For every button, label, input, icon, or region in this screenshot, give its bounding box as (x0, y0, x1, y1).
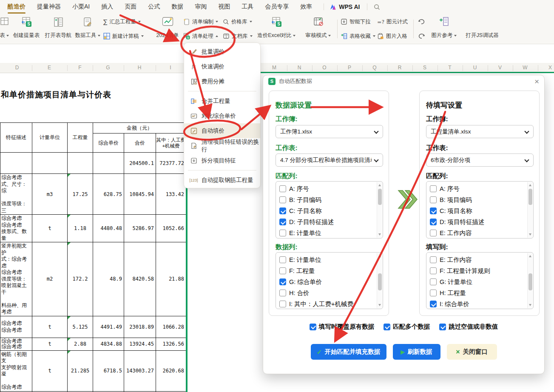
new-calc-sheet-button[interactable]: 新建计算稿 (103, 32, 144, 40)
list-item[interactable]: D: 项目特征描述 (430, 216, 533, 227)
menu-tab-review[interactable]: 审阅 (195, 3, 207, 11)
column-header-v[interactable]: V (498, 65, 502, 71)
menu-tab-efficiency[interactable]: 效率 (300, 3, 312, 11)
menu-tab-xiaoli-ai[interactable]: 小栗AI (72, 3, 90, 11)
list-item[interactable]: C: 项目名称 (430, 205, 533, 216)
menu-item-batch-price[interactable]: 批量调价 (184, 44, 260, 59)
menu-item-split-feature[interactable]: 拆分项目特征 (184, 153, 260, 168)
list-process-button[interactable]: S 清单处理 (183, 32, 218, 40)
column-header-i[interactable]: I (170, 65, 171, 71)
image-to-cell-button[interactable]: 图片入格 (377, 32, 408, 40)
checkbox[interactable] (279, 256, 286, 263)
checkbox[interactable] (310, 324, 316, 330)
list-item[interactable]: E: 工作内容 (430, 227, 533, 239)
option-overwrite[interactable]: 填写时覆盖原有数据 (310, 323, 375, 331)
checkbox[interactable] (384, 324, 390, 330)
checkbox[interactable] (430, 301, 437, 307)
list-item[interactable]: H: 工程量 (430, 287, 533, 298)
list-item[interactable]: I: 其中：人工费+机械费 (279, 298, 383, 309)
menu-item-merge-quantity[interactable]: 合并工程量 (184, 94, 260, 108)
menu-item-compare-price[interactable]: 对比综合单价 (184, 108, 260, 123)
scroll-down-icon[interactable] (529, 304, 531, 306)
column-header-o[interactable]: O (322, 65, 326, 71)
list-item[interactable]: E: 计量单位 (279, 227, 383, 239)
redo-button[interactable] (418, 32, 425, 40)
list-item[interactable]: A: 序号 (279, 183, 383, 194)
doc-library-button[interactable]: 文档库 (223, 32, 253, 40)
column-header-g[interactable]: G (106, 65, 110, 71)
column-header-r[interactable]: R (398, 65, 402, 71)
image-reference-button[interactable]: 图片参考 (429, 15, 459, 42)
checkbox[interactable] (279, 230, 286, 236)
column-header-f[interactable]: F (78, 65, 81, 71)
checkbox[interactable] (279, 267, 286, 274)
list-item[interactable]: D: 子目特征描述 (279, 216, 383, 227)
start-match-fill-button[interactable]: ✓开始匹配并填充数据 (311, 344, 386, 360)
column-header-w[interactable]: W (523, 65, 527, 71)
menu-tab-insert[interactable]: 插入 (101, 3, 113, 11)
refresh-data-button[interactable]: ▶刷新数据 (393, 344, 440, 360)
column-header-n[interactable]: N (298, 65, 301, 71)
list-item[interactable]: C: 子目名称 (279, 205, 383, 216)
target-worksheet-select[interactable]: 6市政-分部分项 (426, 153, 534, 167)
menu-tab-tools[interactable]: 工具 (241, 3, 253, 11)
scroll-down-icon[interactable] (529, 233, 531, 236)
checkbox[interactable] (430, 278, 437, 285)
column-header-t[interactable]: T (448, 65, 451, 71)
menu-tab-formula[interactable]: 公式 (148, 3, 160, 11)
scroll-down-icon[interactable] (378, 304, 381, 306)
checkbox[interactable] (279, 196, 286, 203)
menu-tab-tiliang[interactable]: 提量神器 (37, 3, 61, 11)
column-header-m[interactable]: M (272, 65, 276, 71)
checkbox[interactable] (430, 207, 437, 214)
close-window-button[interactable]: ×关闭窗口 (447, 344, 497, 360)
checkbox[interactable] (279, 290, 286, 296)
column-header-d[interactable]: D (15, 65, 19, 71)
data-tools-button[interactable]: 数据工具 (72, 15, 103, 42)
column-header-e[interactable]: E (48, 65, 51, 71)
menu-item-extract-rebar[interactable]: [123] 自动提取钢筋工程量 (184, 173, 260, 187)
column-header-s[interactable]: S (423, 65, 426, 71)
list-item[interactable]: E: 计量单位 (279, 254, 383, 265)
checkbox[interactable] (430, 267, 437, 274)
close-icon[interactable]: × (534, 77, 539, 85)
checkbox[interactable] (439, 324, 446, 330)
checkbox[interactable] (430, 185, 437, 192)
source-worksheet-select[interactable]: 4.7 分部分项工程和单价措施项目清单 (276, 153, 383, 167)
checkbox[interactable] (430, 256, 437, 263)
checkbox[interactable] (279, 185, 286, 192)
list-2024-button[interactable]: 2024清单 (154, 15, 181, 42)
option-skip-empty[interactable]: 跳过空值或非数值 (439, 323, 498, 331)
list-item[interactable]: G: 综合单价 (279, 276, 383, 287)
column-header-u[interactable]: U (473, 65, 477, 71)
open-table-nav-button[interactable]: 打开表导航 (43, 15, 73, 42)
scrollbar[interactable] (527, 182, 533, 238)
checkbox[interactable] (279, 278, 286, 285)
js-debugger-button[interactable]: 打开JS调试器 (463, 15, 502, 42)
smart-pulldown-button[interactable]: 智能下拉 (341, 17, 375, 26)
list-item[interactable]: F: 工程量计算规则 (430, 265, 533, 276)
scroll-up-icon[interactable] (529, 184, 531, 186)
scroll-up-icon[interactable] (378, 184, 381, 186)
source-workbook-select[interactable]: 工作簿1.xlsx (276, 125, 383, 138)
menu-tab-data[interactable]: 数据 (171, 3, 183, 11)
checkbox[interactable] (430, 219, 437, 225)
column-header-h[interactable]: H (138, 65, 142, 71)
price-library-button[interactable]: 价格库 (223, 17, 253, 26)
list-item[interactable]: I: 综合单价 (430, 298, 533, 309)
undo-button[interactable] (418, 17, 425, 26)
checkbox[interactable] (279, 207, 286, 214)
list-item[interactable]: F: 工程量 (279, 265, 383, 276)
scroll-up-icon[interactable] (378, 255, 381, 257)
list-item[interactable]: A: 序号 (430, 183, 533, 194)
menu-tab-page[interactable]: 页面 (125, 3, 136, 11)
list-item[interactable]: E: 工作内容 (430, 254, 533, 265)
search-icon[interactable] (373, 3, 381, 11)
scroll-thumb[interactable] (378, 273, 382, 290)
checkbox[interactable] (430, 196, 437, 203)
list-compile-button[interactable]: 清单编制 (183, 17, 218, 26)
scroll-thumb[interactable] (378, 189, 382, 205)
scroll-thumb[interactable] (528, 189, 532, 205)
list-item[interactable]: H: 合价 (279, 287, 383, 298)
target-workbook-select[interactable]: 工程量清单.xlsx (426, 125, 534, 138)
